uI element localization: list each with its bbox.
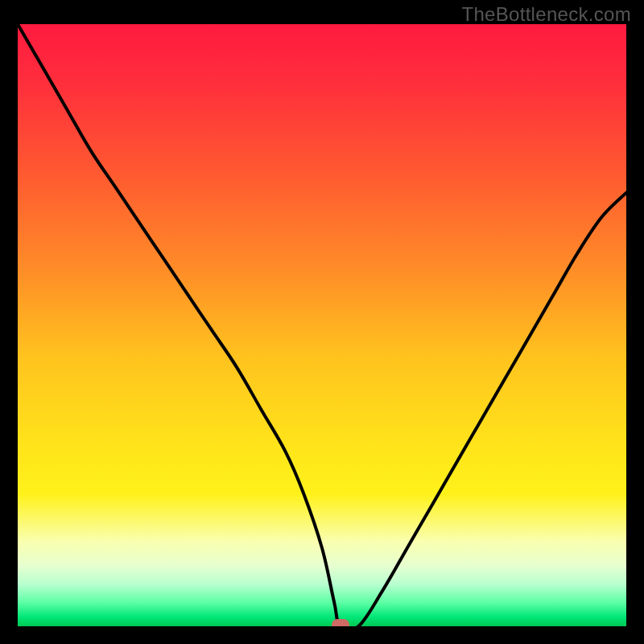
optimum-marker (332, 619, 349, 626)
plot-area (18, 24, 626, 626)
chart-frame: TheBottleneck.com (0, 0, 644, 644)
chart-svg (18, 24, 626, 626)
watermark-text: TheBottleneck.com (461, 3, 631, 26)
